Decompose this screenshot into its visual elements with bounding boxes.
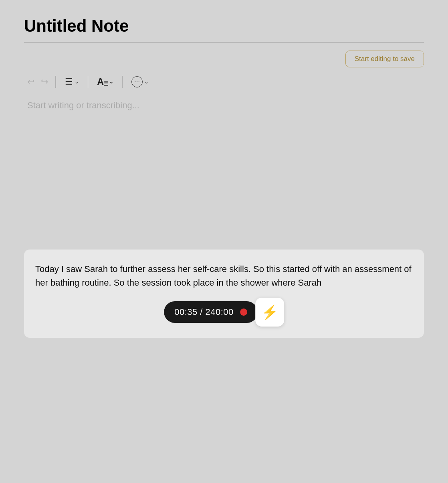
list-format-group: ☰ ⌄ xyxy=(62,75,82,89)
redo-icon: ↪ xyxy=(41,77,48,87)
redo-button[interactable]: ↪ xyxy=(39,75,50,89)
text-format-group: A≡ ⌄ xyxy=(94,75,117,89)
more-options-icon: ⋯ xyxy=(131,76,143,87)
title-section: Untitled Note xyxy=(24,16,424,43)
record-dot-icon xyxy=(240,308,247,316)
save-hint-row: Start editing to save xyxy=(24,51,424,67)
more-options-button[interactable]: ⋯ ⌄ xyxy=(128,75,152,89)
title-divider xyxy=(24,42,424,43)
toolbar-separator-1 xyxy=(55,76,56,88)
recording-bar: 00:35 / 240:00 ⚡ xyxy=(164,298,284,327)
text-format-chevron-icon: ⌄ xyxy=(109,79,113,85)
recording-timer: 00:35 / 240:00 xyxy=(164,301,258,323)
note-title[interactable]: Untitled Note xyxy=(24,16,424,36)
list-format-button[interactable]: ☰ ⌄ xyxy=(62,75,82,89)
text-format-button[interactable]: A≡ ⌄ xyxy=(94,75,117,89)
lightning-icon: ⚡ xyxy=(261,304,278,320)
toolbar-separator-2 xyxy=(88,76,89,88)
undo-icon: ↩ xyxy=(27,77,34,87)
more-options-group: ⋯ ⌄ xyxy=(128,75,152,89)
text-format-icon: A≡ xyxy=(97,76,108,87)
list-chevron-icon: ⌄ xyxy=(75,79,79,85)
editor-placeholder: Start writing or transcribing... xyxy=(26,100,141,110)
list-icon: ☰ xyxy=(65,77,73,87)
more-chevron-icon: ⌄ xyxy=(144,79,149,85)
transcription-box: Today I saw Sarah to further assess her … xyxy=(24,250,424,338)
lightning-button[interactable]: ⚡ xyxy=(255,298,284,327)
toolbar-separator-3 xyxy=(122,76,123,88)
page-container: Untitled Note Start editing to save ↩ ↪ … xyxy=(0,0,448,483)
recording-time-display: 00:35 / 240:00 xyxy=(174,307,234,317)
save-hint-button[interactable]: Start editing to save xyxy=(345,51,424,67)
editor-area[interactable]: Start writing or transcribing... xyxy=(24,100,424,237)
toolbar: ↩ ↪ ☰ ⌄ A≡ ⌄ ⋯ ⌄ xyxy=(24,75,424,89)
undo-button[interactable]: ↩ xyxy=(26,75,36,89)
transcription-text: Today I saw Sarah to further assess her … xyxy=(35,262,413,290)
